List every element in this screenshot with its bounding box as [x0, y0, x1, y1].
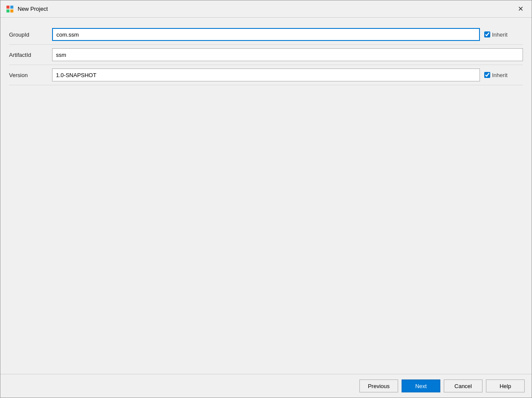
- version-inherit-wrap: Inherit: [484, 72, 523, 78]
- content-spacer: [9, 85, 523, 367]
- dialog-title: New Project: [18, 6, 48, 12]
- groupid-inherit-label: Inherit: [492, 31, 507, 38]
- close-button[interactable]: ✕: [514, 4, 526, 14]
- groupid-input-wrap: Inherit: [52, 28, 523, 41]
- svg-rect-3: [10, 9, 13, 12]
- version-inherit-checkbox[interactable]: [484, 72, 490, 78]
- groupid-row: GroupId Inherit: [9, 25, 523, 45]
- title-bar: New Project ✕: [0, 0, 532, 18]
- help-button[interactable]: Help: [486, 379, 525, 392]
- version-inherit-label: Inherit: [492, 72, 507, 78]
- version-input-wrap: Inherit: [52, 68, 523, 81]
- artifactid-input-wrap: [52, 48, 523, 61]
- groupid-inherit-checkbox[interactable]: [484, 31, 490, 37]
- version-row: Version Inherit: [9, 65, 523, 85]
- version-label: Version: [9, 72, 52, 78]
- cancel-button[interactable]: Cancel: [444, 379, 483, 392]
- svg-rect-0: [6, 6, 9, 9]
- version-input[interactable]: [52, 68, 480, 81]
- next-button[interactable]: Next: [402, 379, 440, 392]
- artifactid-label: ArtifactId: [9, 52, 52, 58]
- groupid-input[interactable]: [52, 28, 480, 41]
- title-bar-left: New Project: [6, 5, 48, 13]
- button-bar: Previous Next Cancel Help: [0, 374, 532, 398]
- form-content: GroupId Inherit ArtifactId Version: [0, 18, 532, 374]
- app-icon: [6, 5, 14, 13]
- svg-rect-1: [10, 6, 13, 9]
- artifactid-input[interactable]: [52, 48, 523, 61]
- artifactid-row: ArtifactId: [9, 45, 523, 65]
- svg-rect-2: [6, 9, 9, 12]
- groupid-inherit-wrap: Inherit: [484, 31, 523, 38]
- previous-button[interactable]: Previous: [359, 379, 398, 392]
- new-project-dialog: New Project ✕ GroupId Inherit ArtifactId: [0, 0, 532, 398]
- groupid-label: GroupId: [9, 31, 52, 38]
